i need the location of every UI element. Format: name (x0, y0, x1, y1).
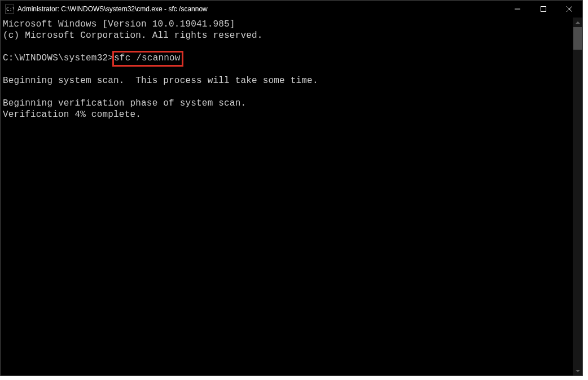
copyright-line: (c) Microsoft Corporation. All rights re… (3, 30, 573, 41)
cmd-icon: C:\ (5, 5, 14, 14)
blank-line (3, 41, 573, 53)
cmd-window: C:\ Administrator: C:\WINDOWS\system32\c… (0, 0, 583, 376)
minimize-button[interactable] (504, 1, 530, 18)
window-title: Administrator: C:\WINDOWS\system32\cmd.e… (17, 5, 504, 13)
verification-phase-line: Beginning verification phase of system s… (3, 98, 573, 109)
scroll-up-arrow-icon[interactable] (573, 18, 582, 27)
scroll-down-arrow-icon[interactable] (573, 366, 582, 375)
scrollbar-thumb[interactable] (573, 27, 582, 50)
scrollbar-track[interactable] (573, 27, 582, 366)
maximize-button[interactable] (530, 1, 556, 18)
scan-begin-line: Beginning system scan. This process will… (3, 75, 573, 86)
svg-marker-7 (576, 370, 580, 372)
verification-progress-line: Verification 4% complete. (3, 109, 573, 120)
svg-text:C:\: C:\ (6, 6, 14, 12)
svg-marker-6 (576, 21, 580, 24)
titlebar[interactable]: C:\ Administrator: C:\WINDOWS\system32\c… (1, 1, 582, 18)
close-button[interactable] (556, 1, 582, 18)
command-text: sfc /scannow (114, 53, 181, 63)
command-highlight: sfc /scannow (112, 51, 183, 67)
svg-rect-3 (541, 7, 546, 12)
vertical-scrollbar[interactable] (573, 18, 582, 375)
terminal-output[interactable]: Microsoft Windows [Version 10.0.19041.98… (1, 18, 573, 375)
version-line: Microsoft Windows [Version 10.0.19041.98… (3, 19, 573, 30)
blank-line (3, 64, 573, 75)
blank-line (3, 86, 573, 98)
prompt: C:\WINDOWS\system32> (3, 53, 113, 63)
window-controls (504, 1, 582, 18)
prompt-line: C:\WINDOWS\system32>sfc /scannow (3, 53, 573, 64)
